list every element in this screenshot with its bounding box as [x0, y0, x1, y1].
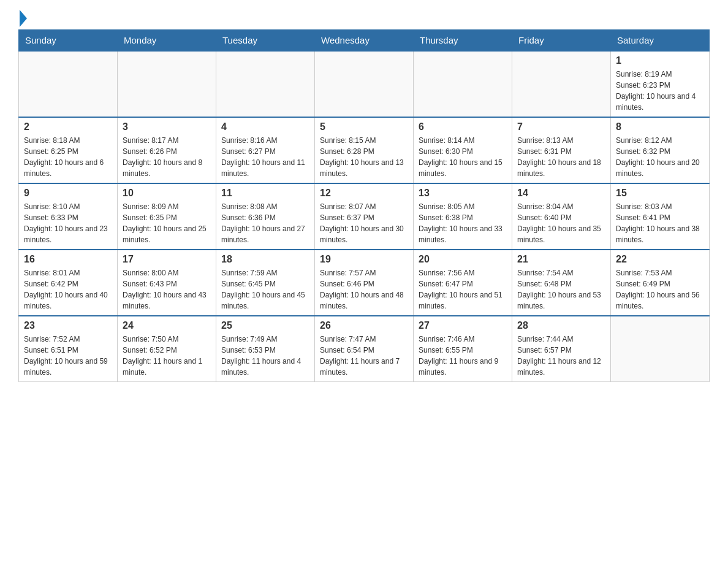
- weekday-header-thursday: Thursday: [414, 30, 512, 52]
- day-info: Sunrise: 8:18 AM Sunset: 6:25 PM Dayligh…: [24, 135, 112, 179]
- calendar-cell: 25Sunrise: 7:49 AM Sunset: 6:53 PM Dayli…: [216, 316, 315, 382]
- calendar-cell: 23Sunrise: 7:52 AM Sunset: 6:51 PM Dayli…: [19, 316, 118, 382]
- calendar-cell: 8Sunrise: 8:12 AM Sunset: 6:32 PM Daylig…: [611, 117, 710, 183]
- calendar-cell: [315, 51, 414, 117]
- calendar-week-row: 23Sunrise: 7:52 AM Sunset: 6:51 PM Dayli…: [19, 316, 710, 382]
- page-header: [18, 12, 710, 23]
- calendar-cell: [611, 316, 710, 382]
- day-info: Sunrise: 8:01 AM Sunset: 6:42 PM Dayligh…: [24, 267, 112, 312]
- calendar-cell: 1Sunrise: 8:19 AM Sunset: 6:23 PM Daylig…: [611, 51, 710, 117]
- day-number: 11: [221, 188, 309, 199]
- day-info: Sunrise: 8:00 AM Sunset: 6:43 PM Dayligh…: [123, 267, 211, 312]
- day-number: 4: [221, 121, 309, 132]
- calendar-header-row: SundayMondayTuesdayWednesdayThursdayFrid…: [19, 30, 710, 52]
- day-number: 21: [517, 254, 605, 265]
- day-info: Sunrise: 7:57 AM Sunset: 6:46 PM Dayligh…: [320, 267, 408, 312]
- day-info: Sunrise: 8:08 AM Sunset: 6:36 PM Dayligh…: [221, 201, 309, 245]
- calendar-week-row: 1Sunrise: 8:19 AM Sunset: 6:23 PM Daylig…: [19, 51, 710, 117]
- day-number: 10: [123, 188, 211, 199]
- day-info: Sunrise: 8:07 AM Sunset: 6:37 PM Dayligh…: [320, 201, 408, 245]
- day-info: Sunrise: 7:50 AM Sunset: 6:52 PM Dayligh…: [123, 334, 211, 378]
- calendar-cell: 2Sunrise: 8:18 AM Sunset: 6:25 PM Daylig…: [19, 117, 118, 183]
- calendar-cell: 18Sunrise: 7:59 AM Sunset: 6:45 PM Dayli…: [216, 250, 315, 316]
- day-number: 8: [616, 121, 704, 132]
- calendar-cell: 13Sunrise: 8:05 AM Sunset: 6:38 PM Dayli…: [414, 183, 512, 250]
- day-number: 28: [517, 320, 605, 331]
- calendar-cell: 24Sunrise: 7:50 AM Sunset: 6:52 PM Dayli…: [118, 316, 216, 382]
- day-info: Sunrise: 7:52 AM Sunset: 6:51 PM Dayligh…: [24, 334, 112, 378]
- calendar-week-row: 9Sunrise: 8:10 AM Sunset: 6:33 PM Daylig…: [19, 183, 710, 250]
- day-number: 18: [221, 254, 309, 265]
- calendar-cell: 15Sunrise: 8:03 AM Sunset: 6:41 PM Dayli…: [611, 183, 710, 250]
- day-number: 6: [419, 121, 507, 132]
- day-info: Sunrise: 7:59 AM Sunset: 6:45 PM Dayligh…: [221, 267, 309, 312]
- calendar-cell: 17Sunrise: 8:00 AM Sunset: 6:43 PM Dayli…: [118, 250, 216, 316]
- calendar-cell: 3Sunrise: 8:17 AM Sunset: 6:26 PM Daylig…: [118, 117, 216, 183]
- calendar-cell: 21Sunrise: 7:54 AM Sunset: 6:48 PM Dayli…: [512, 250, 611, 316]
- day-info: Sunrise: 8:12 AM Sunset: 6:32 PM Dayligh…: [616, 135, 704, 179]
- day-number: 17: [123, 254, 211, 265]
- day-number: 15: [616, 188, 704, 199]
- calendar-cell: 16Sunrise: 8:01 AM Sunset: 6:42 PM Dayli…: [19, 250, 118, 316]
- day-info: Sunrise: 7:46 AM Sunset: 6:55 PM Dayligh…: [419, 334, 507, 378]
- calendar-cell: 28Sunrise: 7:44 AM Sunset: 6:57 PM Dayli…: [512, 316, 611, 382]
- day-info: Sunrise: 8:15 AM Sunset: 6:28 PM Dayligh…: [320, 135, 408, 179]
- day-info: Sunrise: 7:44 AM Sunset: 6:57 PM Dayligh…: [517, 334, 605, 378]
- weekday-header-monday: Monday: [118, 30, 216, 52]
- calendar-week-row: 2Sunrise: 8:18 AM Sunset: 6:25 PM Daylig…: [19, 117, 710, 183]
- day-number: 7: [517, 121, 605, 132]
- weekday-header-friday: Friday: [512, 30, 611, 52]
- calendar-cell: 9Sunrise: 8:10 AM Sunset: 6:33 PM Daylig…: [19, 183, 118, 250]
- calendar-cell: 6Sunrise: 8:14 AM Sunset: 6:30 PM Daylig…: [414, 117, 512, 183]
- day-number: 13: [419, 188, 507, 199]
- day-number: 9: [24, 188, 112, 199]
- calendar-cell: 14Sunrise: 8:04 AM Sunset: 6:40 PM Dayli…: [512, 183, 611, 250]
- calendar-cell: [118, 51, 216, 117]
- day-number: 26: [320, 320, 408, 331]
- calendar-cell: 22Sunrise: 7:53 AM Sunset: 6:49 PM Dayli…: [611, 250, 710, 316]
- day-number: 19: [320, 254, 408, 265]
- day-number: 27: [419, 320, 507, 331]
- day-number: 3: [123, 121, 211, 132]
- calendar-cell: [216, 51, 315, 117]
- weekday-header-wednesday: Wednesday: [315, 30, 414, 52]
- day-info: Sunrise: 7:47 AM Sunset: 6:54 PM Dayligh…: [320, 334, 408, 378]
- day-number: 20: [419, 254, 507, 265]
- day-info: Sunrise: 8:16 AM Sunset: 6:27 PM Dayligh…: [221, 135, 309, 179]
- day-info: Sunrise: 7:56 AM Sunset: 6:47 PM Dayligh…: [419, 267, 507, 312]
- day-number: 12: [320, 188, 408, 199]
- calendar-cell: 11Sunrise: 8:08 AM Sunset: 6:36 PM Dayli…: [216, 183, 315, 250]
- weekday-header-saturday: Saturday: [611, 30, 710, 52]
- calendar-cell: 27Sunrise: 7:46 AM Sunset: 6:55 PM Dayli…: [414, 316, 512, 382]
- day-number: 24: [123, 320, 211, 331]
- day-number: 14: [517, 188, 605, 199]
- calendar-table: SundayMondayTuesdayWednesdayThursdayFrid…: [18, 29, 710, 382]
- day-info: Sunrise: 8:14 AM Sunset: 6:30 PM Dayligh…: [419, 135, 507, 179]
- calendar-cell: 7Sunrise: 8:13 AM Sunset: 6:31 PM Daylig…: [512, 117, 611, 183]
- weekday-header-tuesday: Tuesday: [216, 30, 315, 52]
- logo-arrow-icon: [20, 10, 27, 27]
- day-info: Sunrise: 8:09 AM Sunset: 6:35 PM Dayligh…: [123, 201, 211, 245]
- day-info: Sunrise: 8:13 AM Sunset: 6:31 PM Dayligh…: [517, 135, 605, 179]
- calendar-cell: 26Sunrise: 7:47 AM Sunset: 6:54 PM Dayli…: [315, 316, 414, 382]
- day-info: Sunrise: 8:05 AM Sunset: 6:38 PM Dayligh…: [419, 201, 507, 245]
- calendar-cell: [512, 51, 611, 117]
- calendar-cell: 4Sunrise: 8:16 AM Sunset: 6:27 PM Daylig…: [216, 117, 315, 183]
- calendar-cell: 5Sunrise: 8:15 AM Sunset: 6:28 PM Daylig…: [315, 117, 414, 183]
- day-number: 16: [24, 254, 112, 265]
- day-info: Sunrise: 8:17 AM Sunset: 6:26 PM Dayligh…: [123, 135, 211, 179]
- calendar-cell: 10Sunrise: 8:09 AM Sunset: 6:35 PM Dayli…: [118, 183, 216, 250]
- day-number: 5: [320, 121, 408, 132]
- calendar-week-row: 16Sunrise: 8:01 AM Sunset: 6:42 PM Dayli…: [19, 250, 710, 316]
- day-info: Sunrise: 7:49 AM Sunset: 6:53 PM Dayligh…: [221, 334, 309, 378]
- day-number: 23: [24, 320, 112, 331]
- day-info: Sunrise: 7:53 AM Sunset: 6:49 PM Dayligh…: [616, 267, 704, 312]
- day-info: Sunrise: 7:54 AM Sunset: 6:48 PM Dayligh…: [517, 267, 605, 312]
- day-info: Sunrise: 8:10 AM Sunset: 6:33 PM Dayligh…: [24, 201, 112, 245]
- calendar-cell: 20Sunrise: 7:56 AM Sunset: 6:47 PM Dayli…: [414, 250, 512, 316]
- logo: [18, 12, 27, 23]
- calendar-cell: [414, 51, 512, 117]
- calendar-cell: 12Sunrise: 8:07 AM Sunset: 6:37 PM Dayli…: [315, 183, 414, 250]
- day-number: 22: [616, 254, 704, 265]
- weekday-header-sunday: Sunday: [19, 30, 118, 52]
